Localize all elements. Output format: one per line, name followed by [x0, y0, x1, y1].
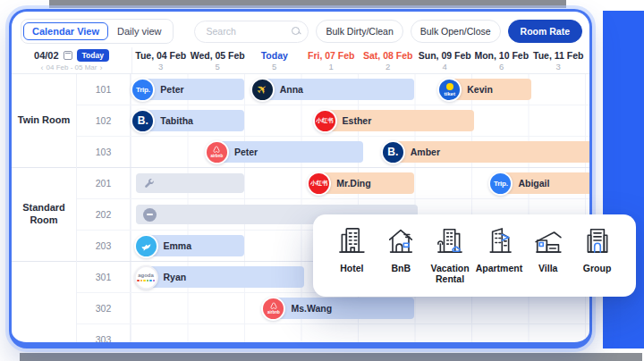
- room-type-label: Twin Room: [12, 74, 76, 168]
- date-count: 3: [132, 62, 190, 71]
- property-type-label: Vacation Rental: [426, 263, 475, 284]
- bulk-dirty-clean-button[interactable]: Bulk Dirty/Clean: [316, 20, 402, 43]
- calendar-icon[interactable]: [64, 51, 72, 60]
- date-label: Mon, 10 Feb: [473, 50, 530, 61]
- calendar-view-tab[interactable]: Calendar View: [23, 22, 108, 40]
- desktop-background: Calendar View Daily view Bulk Dirty/Clea…: [0, 0, 644, 361]
- guest-name: Amber: [411, 147, 440, 157]
- date-column-header: Sun, 09 Feb4: [417, 47, 474, 73]
- prev-range-arrow[interactable]: ‹: [41, 63, 44, 72]
- room-row: 102B.Tabitha小红书Esther: [77, 105, 589, 137]
- date-column-headers: Tue, 04 Feb3Wed, 05 Feb5Today5Fri, 07 Fe…: [132, 47, 587, 73]
- guest-name: Ryan: [164, 272, 187, 282]
- room-number: 201: [77, 168, 131, 198]
- search-input[interactable]: [206, 26, 295, 37]
- guest-name: Kevin: [467, 84, 493, 95]
- daily-view-tab[interactable]: Daily view: [108, 22, 171, 40]
- search-icon: [292, 27, 300, 35]
- room-grid-track: airbnbPeterB.Amber: [131, 137, 589, 167]
- booking-bar[interactable]: airbnbMs.Wang: [267, 298, 414, 319]
- xiaohongshu-icon: 小红书: [307, 172, 331, 196]
- room-number: 301: [77, 262, 131, 292]
- room-number: 102: [77, 105, 131, 136]
- group-icon: [581, 224, 614, 260]
- room-grid-track: airbnbMs.Wang: [131, 293, 589, 323]
- property-type-apartment[interactable]: Apartment: [474, 224, 523, 297]
- booking-bar[interactable]: airbnbPeter: [210, 141, 363, 163]
- date-count: 1: [303, 62, 360, 71]
- property-type-panel: Hotel BnB Vacation Rental: [313, 214, 636, 297]
- booking-bar[interactable]: 小红书Esther: [318, 110, 475, 131]
- room-number: 202: [77, 199, 131, 230]
- maintenance-bar[interactable]: [136, 173, 244, 193]
- date-label: Sat, 08 Feb: [360, 50, 417, 61]
- booking-bar[interactable]: ✈Anna: [256, 79, 415, 100]
- booking-bar[interactable]: B.Tabitha: [136, 110, 244, 131]
- trip-icon: Trip.: [488, 172, 513, 196]
- property-type-villa[interactable]: Villa: [523, 224, 572, 297]
- property-type-label: Group: [583, 263, 612, 273]
- property-type-label: Hotel: [340, 263, 363, 273]
- next-range-arrow[interactable]: ›: [99, 63, 102, 72]
- property-type-vacation-rental[interactable]: Vacation Rental: [426, 224, 475, 297]
- room-grid-track: 小红书Mr.DingTrip.Abigail: [131, 168, 589, 198]
- current-date: 04/02: [34, 50, 59, 61]
- airbnb-icon: airbnb: [205, 140, 229, 164]
- guest-name: Ms.Wang: [291, 303, 332, 314]
- date-column-header: Tue, 11 Feb3: [530, 47, 588, 73]
- background-strip-top: [49, 0, 566, 8]
- date-column-header: Mon, 10 Feb6: [473, 47, 530, 73]
- minus-circle-icon: [143, 208, 157, 222]
- booking-icon: B.: [131, 109, 155, 133]
- vacation-rental-icon: [434, 224, 466, 260]
- room-type-column: Twin RoomStandard Room: [12, 74, 77, 342]
- date-label: Tue, 11 Feb: [530, 50, 588, 61]
- tiket-icon: tiket: [437, 78, 462, 102]
- booking-bar[interactable]: agodaRyan: [140, 266, 304, 288]
- date-label: Today: [246, 50, 303, 61]
- date-column-header: Wed, 05 Feb5: [190, 47, 247, 73]
- booking-bar[interactable]: B.Amber: [386, 141, 589, 163]
- property-type-hotel[interactable]: Hotel: [327, 224, 377, 297]
- property-type-label: BnB: [391, 263, 411, 273]
- apartment-icon: [483, 224, 515, 260]
- room-grid-track: [131, 324, 589, 342]
- calendar-grid: Twin RoomStandard Room 101Trip.Peter✈Ann…: [12, 74, 589, 342]
- property-type-group[interactable]: Group: [572, 224, 622, 297]
- date-count: 5: [246, 62, 303, 71]
- property-type-bnb[interactable]: BnB: [377, 224, 426, 297]
- room-rate-button[interactable]: Room Rate: [508, 20, 582, 43]
- room-grid-track: Trip.Peter✈AnnatiketKevin: [131, 74, 589, 105]
- hotel-icon: [335, 224, 368, 260]
- room-type-label: Standard Room: [12, 168, 76, 262]
- calendar-header: 04/02 Today ‹ 04 Feb - 05 Mar › Tue, 04 …: [12, 47, 589, 74]
- guest-name: Mr.Ding: [336, 178, 371, 189]
- guest-name: Abigail: [518, 178, 549, 189]
- booking-bar[interactable]: Trip.Abigail: [494, 172, 589, 194]
- property-type-label: Villa: [538, 263, 557, 273]
- date-column-header: Tue, 04 Feb3: [132, 47, 190, 73]
- background-blue-panel: [603, 11, 644, 348]
- date-count: 6: [473, 62, 530, 71]
- date-label: Fri, 07 Feb: [303, 50, 360, 61]
- booking-bar[interactable]: Trip.Peter: [136, 79, 244, 100]
- room-row: 103airbnbPeterB.Amber: [77, 137, 589, 168]
- room-type-label: [12, 262, 76, 342]
- trip-icon: Trip.: [131, 78, 155, 102]
- room-rows: 101Trip.Peter✈AnnatiketKevin102B.Tabitha…: [77, 74, 589, 342]
- airbnb-icon: airbnb: [261, 297, 285, 321]
- booking-icon: B.: [381, 140, 405, 164]
- booking-bar[interactable]: Emma: [140, 235, 244, 256]
- today-badge[interactable]: Today: [77, 49, 109, 62]
- room-grid-track: B.Tabitha小红书Esther: [131, 105, 589, 136]
- date-label: Tue, 04 Feb: [132, 50, 190, 61]
- booking-bar[interactable]: tiketKevin: [443, 79, 530, 100]
- booking-bar[interactable]: 小红书Mr.Ding: [312, 172, 414, 194]
- guest-name: Esther: [343, 115, 372, 126]
- guest-name: Peter: [234, 147, 258, 157]
- bnb-icon: [385, 224, 417, 260]
- xiaohongshu-icon: 小红书: [313, 109, 337, 133]
- guest-name: Emma: [164, 240, 192, 251]
- room-number: 302: [77, 293, 131, 323]
- bulk-open-close-button[interactable]: Bulk Open/Close: [411, 20, 501, 43]
